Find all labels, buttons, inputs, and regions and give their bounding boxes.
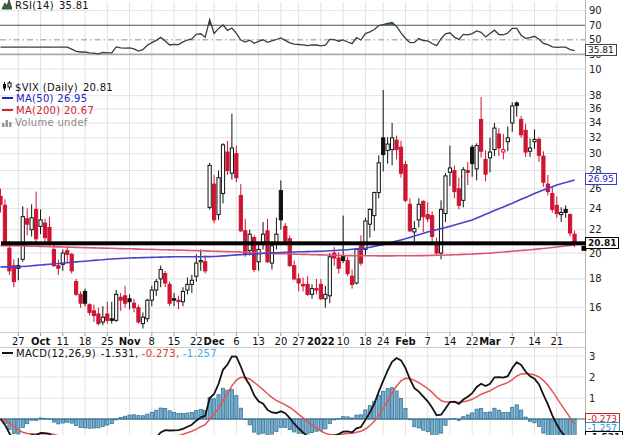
svg-text:2022: 2022 [307, 336, 335, 347]
chart-window: 9070503010383634323028262422201816321027… [0, 0, 626, 435]
ma50-value-badge: 26.95 [585, 173, 617, 185]
svg-text:7: 7 [425, 336, 431, 347]
rsi-legend-label: RSI(14) [15, 0, 54, 11]
macd-legend-label: MACD(12,26,9) [16, 348, 96, 359]
svg-text:36: 36 [589, 103, 602, 114]
macd-value: -1.531, [101, 348, 139, 359]
svg-text:Dec: Dec [204, 336, 225, 347]
svg-text:Nov: Nov [119, 336, 141, 347]
volume-bars-icon [2, 118, 12, 130]
svg-text:30: 30 [589, 148, 602, 159]
macd-plot-area[interactable] [0, 348, 585, 435]
svg-text:16: 16 [589, 302, 602, 313]
svg-text:21: 21 [550, 336, 563, 347]
svg-text:10: 10 [337, 336, 350, 347]
macd-line-badge: -1.531 [585, 431, 623, 435]
svg-text:8: 8 [149, 336, 155, 347]
macd-legend: MACD(12,26,9)-1.531, -0.273, -1.257 [2, 348, 217, 360]
svg-text:24: 24 [377, 336, 390, 347]
right-axis-labels: 90705030103836343230282624222018163210 [589, 5, 602, 424]
main-legend: $VIX (Daily)20.81 MA(50) 26.95 MA(200) 2… [2, 81, 113, 129]
svg-text:2: 2 [589, 372, 595, 383]
svg-text:1: 1 [589, 393, 595, 404]
svg-text:Oct: Oct [31, 336, 50, 347]
svg-text:3: 3 [589, 351, 595, 362]
svg-text:14: 14 [528, 336, 541, 347]
svg-text:7: 7 [509, 336, 515, 347]
svg-text:70: 70 [589, 20, 602, 31]
ma200-legend: MA(200) 20.67 [16, 105, 94, 116]
svg-text:20: 20 [589, 248, 602, 259]
svg-text:34: 34 [589, 117, 602, 128]
macd-hist-value: -1.257 [183, 348, 217, 359]
x-axis-labels: 27Oct111825Nov81522Dec61320272022101824F… [12, 336, 563, 347]
svg-text:27: 27 [12, 336, 25, 347]
svg-text:90: 90 [589, 5, 602, 16]
svg-text:25: 25 [101, 336, 114, 347]
svg-text:38: 38 [589, 90, 602, 101]
rsi-value-badge: 35.81 [585, 44, 617, 56]
svg-text:15: 15 [168, 336, 181, 347]
svg-text:10: 10 [589, 64, 602, 75]
rsi-legend-value: 35.81 [59, 0, 89, 11]
svg-text:18: 18 [79, 336, 92, 347]
svg-text:24: 24 [589, 203, 602, 214]
svg-text:22: 22 [589, 224, 602, 235]
svg-text:32: 32 [589, 132, 602, 143]
svg-text:13: 13 [252, 336, 265, 347]
ma200-line-icon [2, 109, 13, 111]
symbol-label: $VIX (Daily) [15, 82, 78, 93]
ma50-legend: MA(50) 26.95 [16, 93, 87, 104]
price-badge: 20.81 [585, 237, 619, 249]
svg-text:11: 11 [56, 336, 69, 347]
svg-text:Mar: Mar [479, 336, 501, 347]
last-price-label: 20.81 [83, 82, 113, 93]
rsi-area-icon [2, 0, 12, 13]
macd-signal-value: -0.273, [142, 348, 180, 359]
svg-text:18: 18 [589, 273, 602, 284]
rsi-legend: RSI(14)35.81 [2, 0, 89, 12]
volume-legend: Volume undef [15, 117, 88, 128]
svg-text:27: 27 [292, 336, 305, 347]
svg-text:6: 6 [233, 336, 239, 347]
svg-text:14: 14 [444, 336, 457, 347]
svg-text:20: 20 [275, 336, 288, 347]
svg-text:22: 22 [466, 336, 479, 347]
svg-text:22: 22 [190, 336, 203, 347]
macd-line-icon [2, 352, 13, 354]
svg-text:Feb: Feb [395, 336, 415, 347]
svg-text:18: 18 [359, 336, 372, 347]
ma50-line-icon [2, 97, 13, 99]
